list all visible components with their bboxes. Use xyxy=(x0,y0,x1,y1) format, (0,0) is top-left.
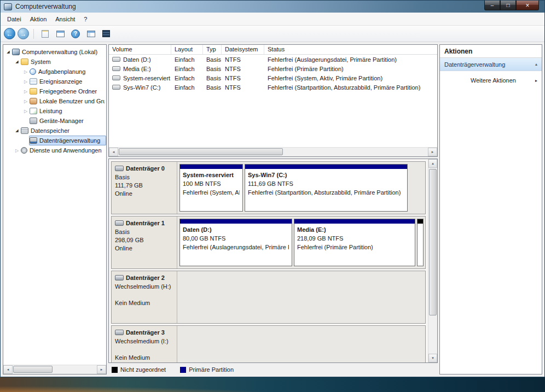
column-header-dateisystem[interactable]: Dateisystem xyxy=(222,45,264,54)
tree-item-freigegebene-ordner[interactable]: ▷ Freigegebene Ordner xyxy=(3,86,106,96)
volume-typ: Basis xyxy=(203,66,222,72)
actions-section-datentraegerverwaltung[interactable]: Datenträgerverwaltung ▴ xyxy=(440,58,542,71)
disk-console-button[interactable] xyxy=(100,28,113,40)
volume-row-media[interactable]: Media (E:) Einfach Basis NTFS Fehlerfrei… xyxy=(109,64,437,73)
disk-legend: Nicht zugeordnet Primäre Partition xyxy=(108,365,438,375)
expander-expanded-icon[interactable]: ◢ xyxy=(5,50,11,54)
scroll-left-button[interactable]: ◂ xyxy=(109,148,118,156)
scroll-right-button[interactable]: ▸ xyxy=(97,365,106,374)
scroll-thumb[interactable] xyxy=(119,148,283,155)
expander-expanded-icon[interactable]: ◢ xyxy=(14,128,20,133)
primary-partition-color-swatch xyxy=(180,367,186,373)
disk-3-partitions xyxy=(177,326,425,363)
volume-icon xyxy=(112,85,120,90)
scroll-right-button[interactable]: ▸ xyxy=(428,148,437,156)
show-console-tree-button[interactable] xyxy=(84,28,97,40)
menu-aktion[interactable]: Aktion xyxy=(26,14,51,24)
tree-item-geraete-manager[interactable]: Geräte-Manager xyxy=(3,116,106,126)
menu-hilfe[interactable]: ? xyxy=(79,14,91,24)
computer-icon xyxy=(12,49,20,55)
menu-datei[interactable]: Datei xyxy=(3,14,26,24)
volume-icon xyxy=(112,75,120,80)
partition-media[interactable]: Media (E:) 218,09 GB NTFS Fehlerfrei (Pr… xyxy=(294,219,415,266)
tree-item-computerverwaltung[interactable]: ◢ Computerverwaltung (Lokal) xyxy=(3,47,106,57)
scroll-down-button[interactable]: ▾ xyxy=(428,354,437,362)
volume-list-header: Volume Layout Typ Dateisystem Status xyxy=(109,45,437,55)
partition-daten[interactable]: Daten (D:) 80,00 GB NTFS Fehlerfrei (Aus… xyxy=(179,219,292,266)
column-header-layout[interactable]: Layout xyxy=(171,45,203,54)
tree-item-leistung[interactable]: ▷ Leistung xyxy=(3,106,106,116)
disk-1-header[interactable]: Datenträger 1 Basis 298,09 GB Online xyxy=(112,217,177,268)
scroll-thumb[interactable] xyxy=(13,366,53,373)
window-controls: – □ × xyxy=(484,1,539,10)
console-window-button[interactable] xyxy=(54,28,67,40)
disk-2-header[interactable]: Datenträger 2 Wechselmedium (H:) Kein Me… xyxy=(112,271,177,323)
disk-row-3: Datenträger 3 Wechselmedium (I:) Kein Me… xyxy=(111,325,426,363)
partition-sys-win7[interactable]: Sys-Win7 (C:) 111,69 GB NTFS Fehlerfrei … xyxy=(245,164,408,212)
scroll-track[interactable] xyxy=(428,168,437,354)
volume-list-horizontal-scrollbar[interactable]: ◂ ▸ xyxy=(109,147,437,156)
menu-ansicht[interactable]: Ansicht xyxy=(51,14,79,24)
volume-row-sys-win7[interactable]: Sys-Win7 (C:) Einfach Basis NTFS Fehlerf… xyxy=(109,83,437,92)
tree-horizontal-scrollbar[interactable]: ◂ ▸ xyxy=(3,365,106,374)
tree-item-dienste-anwendungen[interactable]: ▷ Dienste und Anwendungen xyxy=(3,145,106,155)
volume-typ: Basis xyxy=(203,75,222,81)
disk-row-0: Datenträger 0 Basis 111,79 GB Online Sys… xyxy=(111,161,426,214)
column-header-status[interactable]: Status xyxy=(264,45,437,54)
expander-collapsed-icon[interactable]: ▷ xyxy=(22,109,29,114)
scroll-track[interactable] xyxy=(118,148,428,156)
partition-status: Fehlerfrei (Startpartition, Absturzabbil… xyxy=(248,188,404,197)
forward-button[interactable]: → xyxy=(18,28,29,39)
scroll-up-button[interactable]: ▴ xyxy=(428,159,437,168)
tree-item-datentraegerverwaltung[interactable]: Datenträgerverwaltung xyxy=(3,136,106,145)
scroll-left-button[interactable]: ◂ xyxy=(3,365,13,374)
tree-item-label: Lokale Benutzer und Gru xyxy=(39,98,105,104)
disk-status: Kein Medium xyxy=(115,354,173,362)
column-header-typ[interactable]: Typ xyxy=(203,45,222,54)
actions-section-label: Datenträgerverwaltung xyxy=(444,61,505,68)
scroll-track[interactable] xyxy=(13,365,97,374)
submenu-arrow-icon: ▸ xyxy=(535,78,537,83)
expander-collapsed-icon[interactable]: ▷ xyxy=(22,69,29,74)
disk-view-vertical-scrollbar[interactable]: ▴ ▾ xyxy=(428,159,437,362)
tree-item-label: Dienste und Anwendungen xyxy=(30,147,102,154)
export-list-button[interactable] xyxy=(38,28,51,40)
disk-type: Basis xyxy=(115,173,173,182)
local-users-icon xyxy=(30,98,37,104)
close-button[interactable]: × xyxy=(516,1,539,10)
tree-item-ereignisanzeige[interactable]: ▷ Ereignisanzeige xyxy=(3,77,106,86)
tree-item-lokale-benutzer[interactable]: ▷ Lokale Benutzer und Gru xyxy=(3,96,106,106)
disk-0-header[interactable]: Datenträger 0 Basis 111,79 GB Online xyxy=(112,162,177,214)
volume-status: Fehlerfrei (System, Aktiv, Primäre Parti… xyxy=(264,75,437,81)
disk-3-header[interactable]: Datenträger 3 Wechselmedium (I:) Kein Me… xyxy=(112,326,177,363)
more-actions-item[interactable]: Weitere Aktionen ▸ xyxy=(440,74,542,86)
disk-icon xyxy=(115,166,124,171)
collapse-chevron-icon[interactable]: ▴ xyxy=(535,62,537,67)
volume-typ: Basis xyxy=(203,84,222,91)
tree-item-aufgabenplanung[interactable]: ▷ Aufgabenplanung xyxy=(3,67,106,77)
volume-row-system-reserviert[interactable]: System-reserviert Einfach Basis NTFS Feh… xyxy=(109,73,437,83)
minimize-button[interactable]: – xyxy=(484,1,500,10)
partition-system-reserviert[interactable]: System-reserviert 100 MB NTFS Fehlerfrei… xyxy=(179,164,243,212)
expander-collapsed-icon[interactable]: ▷ xyxy=(22,89,29,94)
title-bar[interactable]: Computerverwaltung – □ × xyxy=(1,1,544,13)
unallocated-segment[interactable] xyxy=(417,219,424,266)
volume-list: Volume Layout Typ Dateisystem Status Dat… xyxy=(108,44,438,157)
primary-partition-strip xyxy=(294,219,415,224)
back-button[interactable]: ← xyxy=(4,28,15,39)
scroll-thumb[interactable] xyxy=(429,169,437,315)
tree-item-system[interactable]: ◢ System xyxy=(3,57,106,67)
volume-row-daten[interactable]: Daten (D:) Einfach Basis NTFS Fehlerfrei… xyxy=(109,55,437,64)
partition-status: Fehlerfrei (Auslagerungsdatei, Primäre P… xyxy=(183,243,289,251)
tree-item-datenspeicher[interactable]: ◢ Datenspeicher xyxy=(3,126,106,136)
column-header-volume[interactable]: Volume xyxy=(109,45,171,54)
expander-collapsed-icon[interactable]: ▷ xyxy=(14,148,20,153)
partition-name: Media (E:) xyxy=(297,225,412,234)
expander-collapsed-icon[interactable]: ▷ xyxy=(22,79,29,84)
help-button[interactable]: ? xyxy=(69,28,82,40)
maximize-button[interactable]: □ xyxy=(500,1,516,10)
disk-name: Datenträger 1 xyxy=(126,220,165,226)
expander-expanded-icon[interactable]: ◢ xyxy=(14,60,20,64)
partition-size: 218,09 GB NTFS xyxy=(297,234,412,243)
expander-collapsed-icon[interactable]: ▷ xyxy=(22,99,29,104)
